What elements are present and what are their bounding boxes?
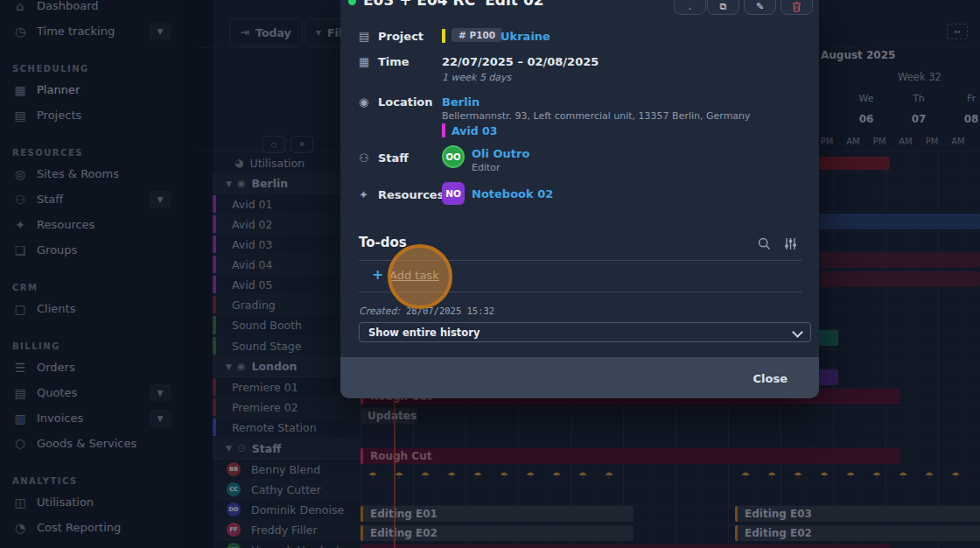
- project-icon: ▤: [359, 30, 369, 43]
- duration-text: 1 week 5 days: [442, 72, 511, 83]
- ellipsis-icon: .: [689, 1, 692, 12]
- people-icon: ⚇: [359, 151, 369, 165]
- booking-title: E03 + E04 RC 'Edit 02': [363, 0, 549, 9]
- project-color-bar: [442, 29, 445, 43]
- resource-link[interactable]: Notebook 02: [472, 187, 553, 200]
- calendar-icon: ▦: [359, 55, 369, 68]
- field-label: Location: [378, 95, 433, 109]
- trash-icon: [792, 2, 802, 12]
- field-label: Staff: [378, 151, 409, 165]
- resource-avatar: NO: [442, 182, 465, 205]
- copy-icon: ⧉: [720, 1, 727, 12]
- room-color-bar: [442, 123, 445, 137]
- status-dot: [348, 0, 356, 5]
- room-link[interactable]: Avid 03: [452, 124, 497, 137]
- created-label: Created:: [359, 306, 400, 317]
- click-indicator-ring: [388, 244, 452, 309]
- location-address: Bellermannstr. 93, Left commercial unit,…: [442, 110, 751, 122]
- duplicate-button[interactable]: ⧉: [707, 0, 739, 15]
- staff-avatar: OO: [442, 145, 465, 168]
- staff-role: Editor: [472, 162, 500, 173]
- staff-link[interactable]: Oli Outro: [472, 147, 529, 160]
- field-label: Time: [378, 55, 410, 68]
- plus-icon: +: [372, 266, 383, 283]
- location-link[interactable]: Berlin: [442, 95, 480, 109]
- search-icon[interactable]: [758, 237, 771, 250]
- time-range: 22/07/2025 – 02/08/2025: [442, 55, 598, 68]
- filter-sliders-icon[interactable]: [784, 237, 797, 250]
- booking-details-modal: E03 + E04 RC 'Edit 02' . ⧉ ✎ ▤ Project #…: [340, 0, 819, 398]
- project-code-badge: # P100: [452, 28, 502, 42]
- history-select[interactable]: Show entire history: [359, 322, 811, 342]
- project-link[interactable]: Ukraine: [500, 30, 550, 43]
- delete-button[interactable]: [780, 0, 813, 15]
- location-pin-icon: ◉: [359, 95, 368, 109]
- field-label: Resources: [378, 188, 444, 201]
- more-options-button[interactable]: .: [674, 0, 706, 15]
- field-label: Project: [378, 30, 424, 43]
- app-window: ⌂ Dashboard ◷ Time tracking ▼ SCHEDULING…: [0, 0, 980, 548]
- edit-button[interactable]: ✎: [744, 0, 776, 15]
- todos-heading: To-dos: [359, 235, 407, 250]
- history-select-value: Show entire history: [368, 327, 480, 339]
- close-button[interactable]: Close: [753, 372, 788, 385]
- modal-footer: Close: [340, 357, 819, 398]
- sparkle-icon: ✦: [359, 188, 368, 201]
- chevron-down-icon: [792, 327, 803, 338]
- pencil-icon: ✎: [756, 1, 764, 12]
